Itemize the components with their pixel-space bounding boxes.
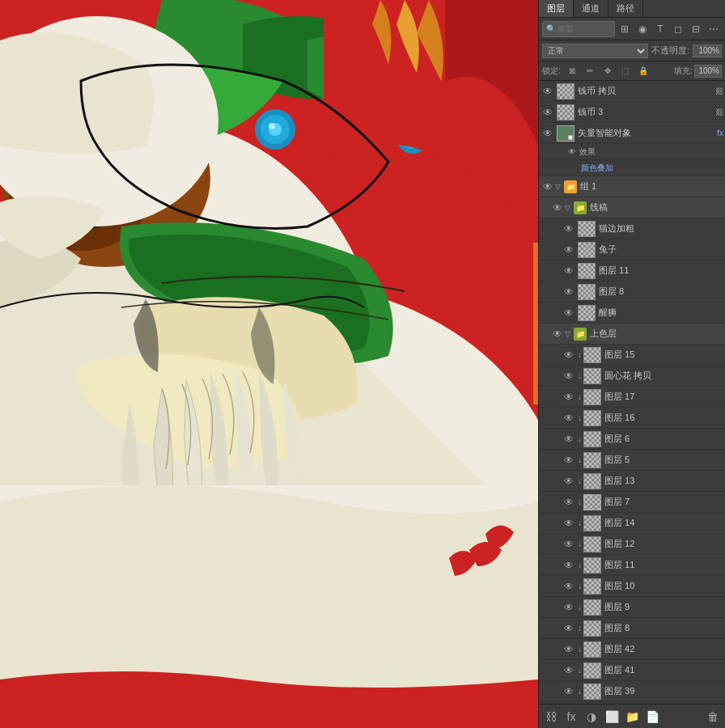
layer-item[interactable]: 👁 ↓ 图层 5 [539,450,725,471]
visibility-toggle[interactable]: 👁 [562,222,576,236]
layer-item[interactable]: 👁 ↓ 图层 17 [539,387,725,408]
lock-move-btn[interactable]: ✥ [600,63,616,79]
visibility-toggle[interactable]: 👁 [562,264,576,278]
delete-layer-btn[interactable]: 🗑 [704,708,722,726]
visibility-toggle[interactable]: 👁 [562,453,576,468]
layer-item[interactable]: 👁 ↓ 圆心花 拷贝 [539,366,725,387]
tab-layers[interactable]: 图层 [539,0,574,17]
layer-item[interactable]: 👁 猫边加粗 [539,218,725,239]
layer-name: 图层 11 [603,559,723,571]
layer-item[interactable]: 👁 ↓ 图层 8 [539,618,725,639]
search-input[interactable] [558,24,611,33]
layer-name: 矢量智能对象 [576,127,715,139]
layer-name: 图层 39 [603,685,723,697]
layer-item[interactable]: 👁 ↓ 图层 10 [539,576,725,597]
tab-channels[interactable]: 通道 [574,0,608,17]
layer-item[interactable]: 👁 图层 11 [539,260,725,281]
visibility-toggle[interactable]: 👁 [541,84,555,99]
layer-item[interactable]: 👁 钱币 拷贝 ⛓ [539,81,725,102]
lock-all-btn[interactable]: 🔒 [635,63,651,79]
layer-thumbnail [583,684,601,700]
layer-thumbnail [578,305,596,321]
layer-item[interactable]: 👁 ↓ 图层 15 [539,345,725,366]
visibility-toggle[interactable]: 👁 [562,390,576,404]
visibility-toggle[interactable]: 👁 [562,306,576,320]
visibility-toggle[interactable]: 👁 [562,411,576,425]
new-group-btn[interactable]: 📁 [623,708,641,726]
layer-item[interactable]: 👁 ⊞ 矢量智能对象 fx [539,123,725,144]
layer-item[interactable]: 👁 ↓ 图层 7 [539,492,725,513]
layer-pixel-icon[interactable]: ◉ [634,21,651,37]
visibility-toggle[interactable]: 👁 [562,348,576,362]
lock-artboard-btn[interactable]: ⬚ [617,63,634,79]
layer-item[interactable]: 👁 ↓ 图层 9 [539,597,725,618]
group-arrow-icon[interactable]: ▽ [555,183,561,191]
layer-name: 图层 11 [597,265,723,277]
opacity-input[interactable] [693,44,722,57]
visibility-toggle[interactable]: 👁 [562,285,576,299]
visibility-toggle[interactable]: 👁 [562,516,576,531]
layer-item[interactable]: 👁 ↓ 图层 12 [539,534,725,555]
visibility-toggle[interactable]: 👁 [562,537,576,552]
layer-item[interactable]: 👁 ↓ 图层 14 [539,513,725,534]
layer-smart-icon[interactable]: ⊟ [688,21,704,37]
layer-item[interactable]: 👁 ↓ 图层 39 [539,681,725,702]
layer-item[interactable]: 👁 ↓ 图层 42 [539,639,725,660]
clipping-mask-icon: ↓ [578,350,582,359]
layer-item[interactable]: 👁 ↓ 图层 11 [539,555,725,576]
layer-item[interactable]: 👁 ↓ 图层 40 [539,702,725,704]
visibility-toggle[interactable]: 👁 [541,180,555,194]
tab-paths[interactable]: 路径 [608,0,643,17]
visibility-toggle[interactable]: 👁 [562,432,576,447]
layer-search-box[interactable]: 🔍 [542,21,615,37]
layer-item[interactable]: 👁 兔子 [539,239,725,260]
add-style-btn[interactable]: fx [562,708,580,726]
visibility-toggle[interactable]: 👁 [562,642,576,657]
layer-name: 线稿 [588,201,723,214]
layer-text-icon[interactable]: T [652,21,668,37]
lock-draw-btn[interactable]: ✏ [582,63,598,79]
group-arrow-icon[interactable]: ▽ [565,204,570,212]
layer-item[interactable]: 👁 ↓ 图层 16 [539,408,725,429]
visibility-toggle[interactable]: 👁 [562,558,576,573]
add-adjustment-btn[interactable]: ◑ [583,708,600,726]
add-mask-btn[interactable]: ⬜ [603,708,621,726]
blend-mode-select[interactable]: 正常 [542,44,648,58]
lock-pixels-btn[interactable]: ⊠ [564,63,580,79]
visibility-toggle[interactable]: 👁 [562,243,576,257]
layer-name: 钱币 3 [576,106,715,118]
layer-thumbnail [583,557,601,574]
visibility-toggle[interactable]: 👁 [562,684,576,699]
visibility-toggle[interactable]: 👁 [562,495,576,510]
layer-group[interactable]: 👁 ▽ 📁 组 1 [539,176,725,197]
layer-name: 图层 13 [603,475,723,487]
visibility-toggle[interactable]: 👁 [562,474,576,489]
layer-item[interactable]: 👁 ↓ 图层 13 [539,471,725,492]
visibility-toggle[interactable]: 👁 [550,327,565,341]
fill-input[interactable] [694,65,722,78]
layer-name: 图层 41 [603,664,723,676]
new-layer-btn[interactable]: 📄 [643,708,661,726]
layer-type-icon[interactable]: ⊞ [617,21,633,37]
visibility-toggle[interactable]: 👁 [562,600,576,615]
visibility-toggle[interactable]: 👁 [550,201,565,215]
layer-group[interactable]: 👁 ▽ 📁 线稿 [539,197,725,218]
layer-item[interactable]: 👁 ↓ 图层 41 [539,660,725,681]
layer-item[interactable]: 👁 醒狮 [539,303,725,324]
layer-shape-icon[interactable]: ◻ [670,21,686,37]
layer-filter-more[interactable]: ⋯ [706,21,722,37]
visibility-toggle[interactable]: 👁 [562,369,576,383]
visibility-toggle[interactable]: 👁 [562,621,576,636]
visibility-toggle[interactable]: 👁 [541,105,555,120]
layer-group[interactable]: 👁 ▽ 📁 上色层 [539,324,725,345]
layer-name: 图层 42 [603,643,723,655]
layer-item[interactable]: 👁 钱币 3 ⛓ [539,102,725,123]
visibility-toggle[interactable]: 👁 [562,663,576,678]
layer-item[interactable]: 👁 ↓ 图层 6 [539,429,725,450]
layer-thumbnail [557,83,574,99]
link-layers-btn[interactable]: ⛓ [542,708,560,726]
layer-item[interactable]: 👁 图层 8 [539,281,725,303]
group-arrow-icon[interactable]: ▽ [565,330,570,338]
visibility-toggle[interactable]: 👁 [562,579,576,594]
visibility-toggle[interactable]: 👁 [541,126,555,141]
